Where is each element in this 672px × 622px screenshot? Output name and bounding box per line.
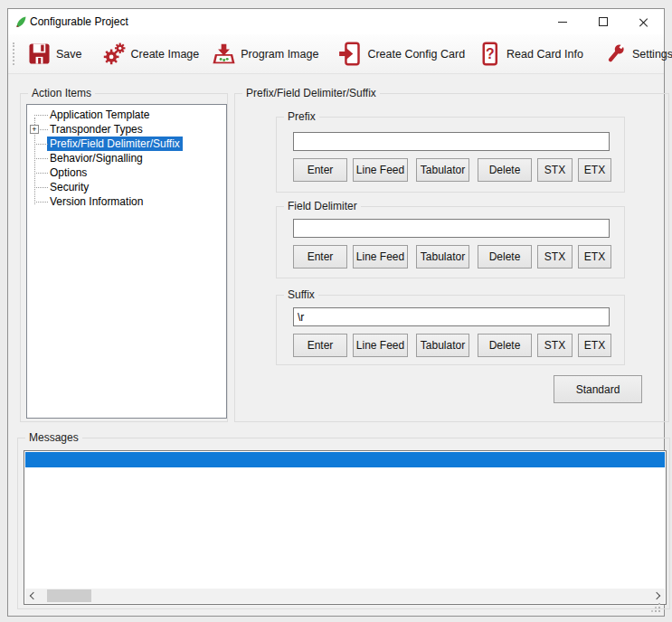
window-controls <box>542 9 664 34</box>
title-bar: Configurable Project <box>8 9 664 34</box>
program-image-button[interactable]: Program Image <box>205 37 325 71</box>
tree-item-options[interactable]: Options <box>27 165 226 180</box>
tree-item-security[interactable]: Security <box>27 180 226 194</box>
prefix-line-feed-button[interactable]: Line Feed <box>353 158 408 182</box>
prefix-enter-button[interactable]: Enter <box>293 158 347 182</box>
close-button[interactable] <box>623 9 664 34</box>
wrench-icon <box>603 42 628 66</box>
prefix-button-row: Enter Line Feed Tabulator Delete STX ETX <box>293 158 611 182</box>
create-config-card-button[interactable]: Create Config Card <box>332 37 471 71</box>
suffix-button-row: Enter Line Feed Tabulator Delete STX ETX <box>293 334 611 357</box>
editor-groupbox: Prefix/Field Delimiter/Suffix Prefix Ent… <box>234 93 669 422</box>
create-config-card-label: Create Config Card <box>367 48 465 61</box>
tree-item-application-template[interactable]: Application Template <box>27 108 226 122</box>
scroll-right-button[interactable] <box>650 589 665 603</box>
prefix-label: Prefix <box>284 110 319 124</box>
prefix-input[interactable] <box>293 132 610 151</box>
read-card-info-label: Read Card Info <box>506 48 583 61</box>
save-label: Save <box>56 48 82 61</box>
app-window: Configurable Project Save <box>7 8 665 617</box>
action-items-label: Action Items <box>28 87 95 100</box>
messages-groupbox: Messages <box>17 438 670 609</box>
tree-expand-icon[interactable]: + <box>30 125 39 134</box>
suffix-input[interactable] <box>293 307 610 326</box>
settings-label: Settings <box>632 48 672 61</box>
messages-label: Messages <box>25 431 82 445</box>
suffix-label: Suffix <box>284 288 318 302</box>
svg-text:?: ? <box>486 46 495 61</box>
messages-list <box>24 450 667 605</box>
prefix-etx-button[interactable]: ETX <box>578 158 611 182</box>
chevron-left-icon <box>30 592 37 599</box>
app-icon <box>14 14 28 29</box>
field-delimiter-tabulator-button[interactable]: Tabulator <box>416 245 469 269</box>
minimize-icon <box>558 22 567 23</box>
tree-item-prefix-field-delimiter-suffix[interactable]: Prefix/Field Delimiter/Suffix <box>27 137 226 151</box>
suffix-enter-button[interactable]: Enter <box>293 334 347 357</box>
create-image-label: Create Image <box>131 48 200 61</box>
resize-grip-icon[interactable] <box>650 602 661 613</box>
card-question-icon: ? <box>478 42 502 66</box>
action-items-tree[interactable]: Application Template + Transponder Types… <box>26 104 227 419</box>
field-delimiter-input[interactable] <box>293 219 610 238</box>
window-title: Configurable Project <box>30 15 128 28</box>
minimize-button[interactable] <box>542 9 582 34</box>
field-delimiter-button-row: Enter Line Feed Tabulator Delete STX ETX <box>293 245 611 269</box>
field-delimiter-enter-button[interactable]: Enter <box>293 245 347 269</box>
tree-item-version-information[interactable]: Version Information <box>27 194 226 209</box>
tree-item-transponder-types[interactable]: + Transponder Types <box>27 122 226 137</box>
close-icon <box>639 17 648 27</box>
save-button[interactable]: Save <box>21 37 89 71</box>
prefix-delete-button[interactable]: Delete <box>478 158 532 182</box>
program-image-label: Program Image <box>241 48 318 61</box>
prefix-tabulator-button[interactable]: Tabulator <box>416 158 469 182</box>
field-delimiter-label: Field Delimiter <box>284 200 361 213</box>
scroll-left-button[interactable] <box>25 589 40 603</box>
tree-item-behavior-signalling[interactable]: Behavior/Signalling <box>27 151 226 165</box>
maximize-button[interactable] <box>582 9 623 34</box>
horizontal-scrollbar[interactable] <box>25 589 665 603</box>
suffix-groupbox: Suffix Enter Line Feed Tabulator Delete … <box>276 295 625 365</box>
suffix-tabulator-button[interactable]: Tabulator <box>416 334 469 357</box>
maximize-icon <box>599 17 608 26</box>
prefix-stx-button[interactable]: STX <box>537 158 573 182</box>
standard-button[interactable]: Standard <box>554 375 642 403</box>
messages-selected-row[interactable] <box>25 452 665 467</box>
suffix-delete-button[interactable]: Delete <box>478 334 532 357</box>
editor-groupbox-label: Prefix/Field Delimiter/Suffix <box>242 87 380 100</box>
card-arrow-right-icon <box>338 42 363 66</box>
scrollbar-thumb[interactable] <box>47 589 91 602</box>
suffix-stx-button[interactable]: STX <box>537 334 573 357</box>
read-card-info-button[interactable]: ? Read Card Info <box>471 37 590 71</box>
field-delimiter-groupbox: Field Delimiter Enter Line Feed Tabulato… <box>276 206 625 278</box>
floppy-disk-icon <box>27 42 52 66</box>
toolbar-grip-icon[interactable] <box>13 42 14 65</box>
field-delimiter-delete-button[interactable]: Delete <box>478 245 532 269</box>
box-arrow-down-icon <box>212 42 236 66</box>
field-delimiter-etx-button[interactable]: ETX <box>578 245 611 269</box>
action-items-groupbox: Action Items Application Template + Tran… <box>20 93 228 422</box>
suffix-line-feed-button[interactable]: Line Feed <box>353 334 408 357</box>
settings-button[interactable]: Settings <box>597 37 672 71</box>
field-delimiter-stx-button[interactable]: STX <box>537 245 573 269</box>
gears-icon <box>102 42 127 66</box>
toolbar: Save <box>8 34 664 74</box>
suffix-etx-button[interactable]: ETX <box>578 334 611 357</box>
chevron-right-icon <box>653 592 660 599</box>
prefix-groupbox: Prefix Enter Line Feed Tabulator Delete … <box>276 117 625 193</box>
field-delimiter-line-feed-button[interactable]: Line Feed <box>353 245 408 269</box>
create-image-button[interactable]: Create Image <box>96 37 206 71</box>
